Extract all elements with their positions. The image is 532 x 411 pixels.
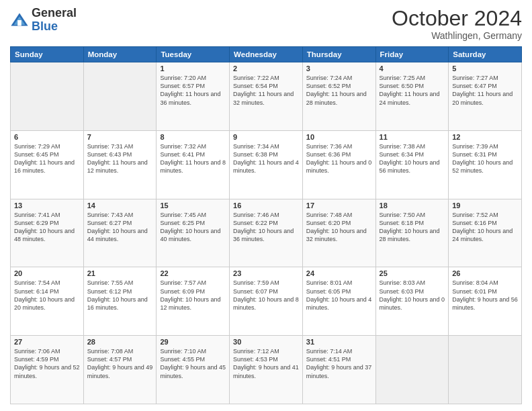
day-number: 31	[306, 338, 372, 346]
day-number: 30	[233, 338, 299, 346]
table-row: 5Sunrise: 7:27 AMSunset: 6:47 PMDaylight…	[449, 62, 522, 131]
table-row: 9Sunrise: 7:34 AMSunset: 6:38 PMDaylight…	[230, 130, 303, 199]
day-info: Sunrise: 7:39 AMSunset: 6:31 PMDaylight:…	[452, 142, 518, 175]
table-row: 27Sunrise: 7:06 AMSunset: 4:59 PMDayligh…	[11, 336, 84, 404]
table-row: 18Sunrise: 7:50 AMSunset: 6:18 PMDayligh…	[375, 199, 449, 267]
table-row	[11, 62, 84, 131]
day-info: Sunrise: 7:46 AMSunset: 6:22 PMDaylight:…	[233, 211, 299, 244]
day-info: Sunrise: 7:48 AMSunset: 6:20 PMDaylight:…	[306, 211, 372, 244]
col-wednesday: Wednesday	[230, 47, 303, 62]
day-number: 28	[87, 338, 153, 346]
calendar-header-row: Sunday Monday Tuesday Wednesday Thursday…	[11, 47, 522, 62]
day-info: Sunrise: 7:43 AMSunset: 6:27 PMDaylight:…	[87, 211, 153, 244]
table-row: 14Sunrise: 7:43 AMSunset: 6:27 PMDayligh…	[83, 199, 157, 267]
svg-rect-2	[17, 20, 21, 26]
logo: General Blue	[10, 7, 77, 34]
day-number: 24	[306, 269, 372, 277]
day-info: Sunrise: 7:25 AMSunset: 6:50 PMDaylight:…	[380, 74, 445, 107]
day-info: Sunrise: 7:32 AMSunset: 6:41 PMDaylight:…	[160, 142, 226, 175]
logo-blue: Blue	[32, 20, 77, 34]
table-row	[83, 62, 157, 131]
col-monday: Monday	[83, 47, 157, 62]
table-row: 13Sunrise: 7:41 AMSunset: 6:29 PMDayligh…	[11, 199, 84, 267]
day-number: 9	[233, 133, 299, 141]
table-row: 15Sunrise: 7:45 AMSunset: 6:25 PMDayligh…	[157, 199, 230, 267]
calendar-week-4: 20Sunrise: 7:54 AMSunset: 6:14 PMDayligh…	[11, 267, 522, 336]
day-number: 7	[87, 133, 153, 141]
day-info: Sunrise: 7:36 AMSunset: 6:36 PMDaylight:…	[306, 142, 372, 175]
day-info: Sunrise: 7:29 AMSunset: 6:45 PMDaylight:…	[14, 142, 80, 175]
day-number: 8	[160, 133, 226, 141]
day-number: 25	[380, 269, 445, 277]
day-number: 11	[380, 133, 445, 141]
table-row: 29Sunrise: 7:10 AMSunset: 4:55 PMDayligh…	[157, 336, 230, 404]
day-number: 18	[380, 201, 445, 210]
table-row: 26Sunrise: 8:04 AMSunset: 6:01 PMDayligh…	[449, 267, 522, 336]
day-number: 27	[14, 338, 80, 346]
day-info: Sunrise: 7:54 AMSunset: 6:14 PMDaylight:…	[14, 279, 80, 312]
day-number: 12	[452, 133, 518, 141]
day-number: 3	[306, 64, 372, 73]
day-number: 23	[233, 269, 299, 277]
day-info: Sunrise: 7:20 AMSunset: 6:57 PMDaylight:…	[160, 74, 226, 107]
table-row: 11Sunrise: 7:38 AMSunset: 6:34 PMDayligh…	[375, 130, 449, 199]
logo-icon	[10, 11, 29, 30]
table-row: 28Sunrise: 7:08 AMSunset: 4:57 PMDayligh…	[83, 336, 157, 404]
day-info: Sunrise: 7:12 AMSunset: 4:53 PMDaylight:…	[233, 347, 299, 380]
day-number: 16	[233, 201, 299, 210]
day-info: Sunrise: 7:14 AMSunset: 4:51 PMDaylight:…	[306, 347, 372, 380]
table-row: 17Sunrise: 7:48 AMSunset: 6:20 PMDayligh…	[302, 199, 375, 267]
day-info: Sunrise: 7:34 AMSunset: 6:38 PMDaylight:…	[233, 142, 299, 175]
table-row: 31Sunrise: 7:14 AMSunset: 4:51 PMDayligh…	[302, 336, 375, 404]
day-number: 4	[380, 64, 445, 73]
day-number: 21	[87, 269, 153, 277]
day-info: Sunrise: 7:45 AMSunset: 6:25 PMDaylight:…	[160, 211, 226, 244]
day-number: 26	[452, 269, 518, 277]
day-info: Sunrise: 7:24 AMSunset: 6:52 PMDaylight:…	[306, 74, 372, 107]
day-info: Sunrise: 8:04 AMSunset: 6:01 PMDaylight:…	[452, 279, 518, 312]
day-number: 29	[160, 338, 226, 346]
day-number: 10	[306, 133, 372, 141]
table-row: 8Sunrise: 7:32 AMSunset: 6:41 PMDaylight…	[157, 130, 230, 199]
day-info: Sunrise: 7:38 AMSunset: 6:34 PMDaylight:…	[380, 142, 445, 175]
day-number: 14	[87, 201, 153, 210]
day-info: Sunrise: 7:31 AMSunset: 6:43 PMDaylight:…	[87, 142, 153, 175]
day-info: Sunrise: 7:27 AMSunset: 6:47 PMDaylight:…	[452, 74, 518, 107]
col-tuesday: Tuesday	[157, 47, 230, 62]
day-info: Sunrise: 7:52 AMSunset: 6:16 PMDaylight:…	[452, 211, 518, 244]
col-thursday: Thursday	[302, 47, 375, 62]
day-number: 1	[160, 64, 226, 73]
day-number: 20	[14, 269, 80, 277]
day-info: Sunrise: 8:01 AMSunset: 6:05 PMDaylight:…	[306, 279, 372, 312]
calendar-week-1: 1Sunrise: 7:20 AMSunset: 6:57 PMDaylight…	[11, 62, 522, 131]
day-number: 19	[452, 201, 518, 210]
table-row: 3Sunrise: 7:24 AMSunset: 6:52 PMDaylight…	[302, 62, 375, 131]
day-info: Sunrise: 7:06 AMSunset: 4:59 PMDaylight:…	[14, 347, 80, 380]
col-friday: Friday	[375, 47, 449, 62]
col-saturday: Saturday	[449, 47, 522, 62]
table-row: 19Sunrise: 7:52 AMSunset: 6:16 PMDayligh…	[449, 199, 522, 267]
table-row	[375, 336, 449, 404]
table-row: 20Sunrise: 7:54 AMSunset: 6:14 PMDayligh…	[11, 267, 84, 336]
table-row: 10Sunrise: 7:36 AMSunset: 6:36 PMDayligh…	[302, 130, 375, 199]
table-row: 16Sunrise: 7:46 AMSunset: 6:22 PMDayligh…	[230, 199, 303, 267]
day-info: Sunrise: 7:55 AMSunset: 6:12 PMDaylight:…	[87, 279, 153, 312]
calendar-week-2: 6Sunrise: 7:29 AMSunset: 6:45 PMDaylight…	[11, 130, 522, 199]
day-number: 5	[452, 64, 518, 73]
day-info: Sunrise: 7:41 AMSunset: 6:29 PMDaylight:…	[14, 211, 80, 244]
title-block: October 2024 Wathlingen, Germany	[392, 7, 522, 41]
day-info: Sunrise: 7:57 AMSunset: 6:09 PMDaylight:…	[160, 279, 226, 312]
table-row: 23Sunrise: 7:59 AMSunset: 6:07 PMDayligh…	[230, 267, 303, 336]
page-header: General Blue October 2024 Wathlingen, Ge…	[10, 7, 522, 41]
table-row: 25Sunrise: 8:03 AMSunset: 6:03 PMDayligh…	[375, 267, 449, 336]
day-info: Sunrise: 7:50 AMSunset: 6:18 PMDaylight:…	[380, 211, 445, 244]
table-row: 1Sunrise: 7:20 AMSunset: 6:57 PMDaylight…	[157, 62, 230, 131]
location-subtitle: Wathlingen, Germany	[392, 30, 522, 41]
calendar-week-5: 27Sunrise: 7:06 AMSunset: 4:59 PMDayligh…	[11, 336, 522, 404]
table-row: 22Sunrise: 7:57 AMSunset: 6:09 PMDayligh…	[157, 267, 230, 336]
col-sunday: Sunday	[11, 47, 84, 62]
table-row	[449, 336, 522, 404]
table-row: 12Sunrise: 7:39 AMSunset: 6:31 PMDayligh…	[449, 130, 522, 199]
day-info: Sunrise: 7:08 AMSunset: 4:57 PMDaylight:…	[87, 347, 153, 380]
day-number: 22	[160, 269, 226, 277]
